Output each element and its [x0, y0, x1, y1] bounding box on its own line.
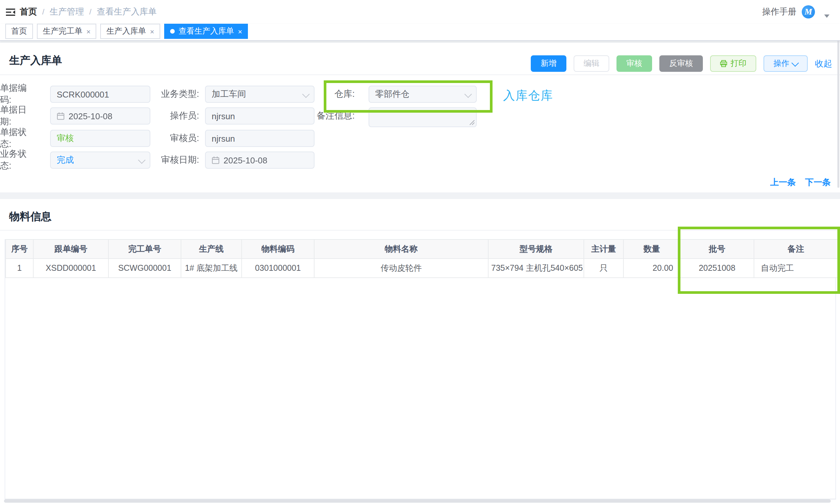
manual-link[interactable]: 操作手册	[762, 0, 797, 24]
doc-status-field[interactable]: 审核	[50, 130, 150, 147]
cell-finish-no: SCWG000001	[108, 258, 181, 278]
doc-date-field[interactable]: 2025-10-08	[50, 107, 150, 125]
add-button[interactable]: 新增	[531, 55, 566, 72]
cell-seq: 1	[5, 258, 33, 278]
biz-type-label: 业务类型:	[152, 86, 199, 103]
doc-code-label: 单据编码:	[0, 86, 38, 103]
chevron-down-icon	[465, 91, 472, 98]
cell-mat-code: 0301000001	[242, 258, 314, 278]
doc-date-value: 2025-10-08	[69, 111, 112, 121]
col-spec: 型号规格	[488, 239, 584, 258]
biz-status-select[interactable]: 完成	[50, 151, 150, 169]
doc-date-label: 单据日期:	[0, 107, 38, 125]
edit-button[interactable]: 编辑	[574, 55, 609, 72]
col-unit: 主计量	[584, 239, 624, 258]
cell-spec: 735×794 主机孔540×605	[488, 258, 584, 278]
resize-handle-icon[interactable]	[470, 120, 475, 125]
cell-track-no: XSDD000001	[33, 258, 108, 278]
audit-button[interactable]: 审核	[616, 55, 652, 72]
tab-label: 生产入库单	[106, 26, 146, 37]
close-icon[interactable]: ×	[238, 28, 242, 35]
breadcrumb: 首页 / 生产管理 / 查看生产入库单	[20, 0, 157, 24]
material-table: 序号 跟单编号 完工单号 生产线 物料编码 物料名称 型号规格 主计量 数量 批…	[5, 239, 838, 278]
avatar[interactable]: M	[802, 5, 815, 18]
action-dropdown-button[interactable]: 操作	[764, 55, 808, 72]
breadcrumb-home[interactable]: 首页	[20, 6, 37, 18]
audit-date-value: 2025-10-08	[224, 155, 267, 165]
tab-label: 查看生产入库单	[179, 26, 234, 37]
toolbar: 新增 编辑 审核 反审核 打印 操作 收起	[531, 55, 832, 72]
tab-label: 生产完工单	[43, 26, 83, 37]
remark-textarea[interactable]	[369, 107, 477, 127]
tab-home[interactable]: 首页	[5, 24, 33, 39]
col-mat-name: 物料名称	[314, 239, 488, 258]
chevron-down-icon	[791, 59, 799, 67]
col-track-no: 跟单编号	[33, 239, 108, 258]
remark-label: 备注信息:	[310, 107, 355, 125]
prev-record-link[interactable]: 上一条	[770, 177, 796, 188]
table-row[interactable]: 1 XSDD000001 SCWG000001 1# 底架加工线 0301000…	[5, 258, 838, 278]
doc-status-label: 单据状态:	[0, 130, 38, 147]
warehouse-annotation: 入库仓库	[503, 88, 553, 104]
cell-line: 1# 底架加工线	[181, 258, 242, 278]
breadcrumb-production-mgmt[interactable]: 生产管理	[50, 6, 84, 18]
doc-code-value: SCRK000001	[57, 89, 109, 99]
material-section-title: 物料信息	[9, 210, 51, 224]
document-card: 生产入库单 新增 编辑 审核 反审核 打印 操作 收起 单据编码: 单据日	[0, 43, 840, 192]
printer-icon	[720, 60, 727, 67]
col-remark: 备注	[754, 239, 838, 258]
close-icon[interactable]: ×	[150, 28, 154, 35]
cell-batch: 20251008	[680, 258, 754, 278]
col-line: 生产线	[181, 239, 242, 258]
unaudit-button[interactable]: 反审核	[659, 55, 703, 72]
biz-status-label: 业务状态:	[0, 151, 38, 169]
chevron-down-icon	[138, 157, 146, 164]
audit-date-field[interactable]: 2025-10-08	[205, 151, 315, 169]
material-card: 物料信息 序号 跟单编号 完工单号 生产线 物料编码 物料名称	[0, 199, 840, 504]
horizontal-scrollbar[interactable]	[4, 499, 831, 503]
cell-unit: 只	[584, 258, 624, 278]
tab-production-inbound[interactable]: 生产入库单 ×	[101, 24, 160, 39]
active-dot-icon	[170, 29, 175, 34]
calendar-icon	[57, 112, 65, 120]
tab-production-finish[interactable]: 生产完工单 ×	[37, 24, 97, 39]
operator-field[interactable]: njrsun	[205, 107, 315, 125]
chevron-down-icon[interactable]	[824, 15, 829, 18]
warehouse-select[interactable]: 零部件仓	[369, 86, 477, 103]
breadcrumb-separator: /	[89, 7, 92, 16]
breadcrumb-separator: /	[42, 7, 45, 16]
table-header-row: 序号 跟单编号 完工单号 生产线 物料编码 物料名称 型号规格 主计量 数量 批…	[5, 239, 838, 258]
auditor-label: 审核员:	[152, 130, 199, 147]
biz-status-value: 完成	[57, 154, 74, 166]
biz-type-value: 加工车间	[212, 88, 246, 100]
cell-mat-name: 传动皮轮件	[314, 258, 488, 278]
vertical-scrollbar[interactable]	[837, 39, 839, 188]
collapse-link[interactable]: 收起	[815, 58, 832, 70]
warehouse-value: 零部件仓	[375, 88, 409, 100]
cell-remark: 自动完工	[754, 258, 838, 278]
tab-view-production-inbound[interactable]: 查看生产入库单 ×	[164, 24, 248, 39]
operator-label: 操作员:	[152, 107, 199, 125]
page-title: 生产入库单	[9, 54, 62, 68]
top-navbar: 首页 / 生产管理 / 查看生产入库单 操作手册 M	[0, 0, 840, 24]
audit-date-label: 审核日期:	[152, 151, 199, 169]
close-icon[interactable]: ×	[86, 28, 91, 35]
print-label: 打印	[731, 58, 746, 69]
print-button[interactable]: 打印	[710, 55, 756, 72]
col-seq: 序号	[5, 239, 33, 258]
col-mat-code: 物料编码	[242, 239, 314, 258]
sidebar-collapse-icon[interactable]	[6, 8, 15, 16]
chevron-down-icon	[302, 91, 310, 98]
warehouse-label: 仓库:	[310, 86, 355, 103]
operator-value: njrsun	[212, 111, 235, 121]
calendar-icon	[212, 156, 220, 164]
next-record-link[interactable]: 下一条	[805, 177, 831, 188]
auditor-field[interactable]: njrsun	[205, 130, 315, 147]
col-batch: 批号	[680, 239, 754, 258]
action-label: 操作	[773, 58, 789, 69]
breadcrumb-current: 查看生产入库单	[97, 6, 157, 18]
doc-status-value: 审核	[57, 132, 74, 144]
tag-tabs-bar: 首页 生产完工单 × 生产入库单 × 查看生产入库单 ×	[0, 24, 840, 41]
doc-code-field[interactable]: SCRK000001	[50, 86, 150, 103]
biz-type-select[interactable]: 加工车间	[205, 86, 315, 103]
